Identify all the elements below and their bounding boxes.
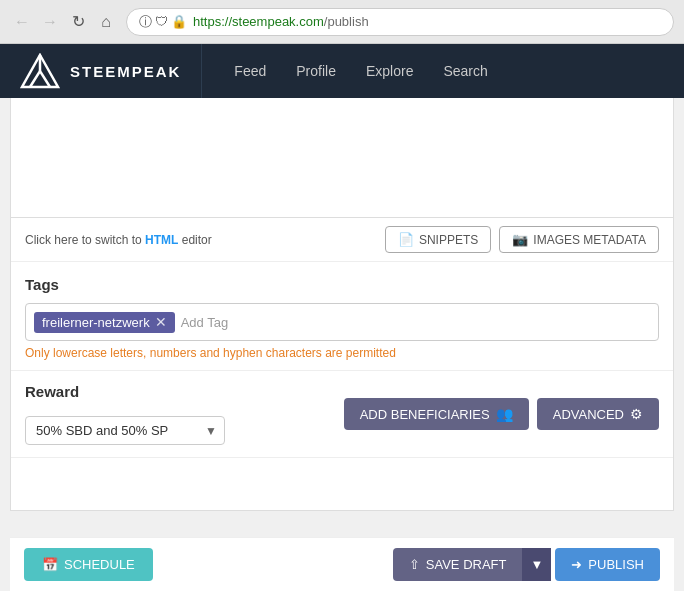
- brand-logo-icon: [20, 53, 60, 89]
- security-icons: ⓘ 🛡 🔒: [139, 13, 187, 31]
- tags-input[interactable]: freilerner-netzwerk ✕ Add Tag: [25, 303, 659, 341]
- tag-text: freilerner-netzwerk: [42, 315, 150, 330]
- save-draft-button[interactable]: ⇧ SAVE DRAFT: [393, 548, 523, 581]
- reward-select-wrapper: 50% SBD and 50% SP 100% Steem Power Decl…: [25, 416, 225, 445]
- arrow-right-icon: ➜: [571, 557, 582, 572]
- gear-icon: ⚙: [630, 406, 643, 422]
- url-protocol-domain: https://: [193, 14, 232, 29]
- html-switch-prefix: Click here to switch to: [25, 233, 142, 247]
- html-switch: Click here to switch to HTML editor: [25, 233, 212, 247]
- snippets-button[interactable]: 📄 SNIPPETS: [385, 226, 491, 253]
- toolbar-row: Click here to switch to HTML editor 📄 SN…: [11, 218, 673, 262]
- url-domain: steempeak.com: [232, 14, 324, 29]
- nav-profile[interactable]: Profile: [284, 55, 348, 87]
- images-metadata-button[interactable]: 📷 IMAGES METADATA: [499, 226, 659, 253]
- upload-icon: ⇧: [409, 557, 420, 572]
- html-switch-link[interactable]: HTML: [145, 233, 178, 247]
- schedule-label: SCHEDULE: [64, 557, 135, 572]
- chevron-down-icon: ▼: [530, 557, 543, 572]
- navbar: STEEMPEAK Feed Profile Explore Search: [0, 44, 684, 98]
- reward-select[interactable]: 50% SBD and 50% SP 100% Steem Power Decl…: [25, 416, 225, 445]
- brand-name: STEEMPEAK: [70, 63, 181, 80]
- publish-button[interactable]: ➜ PUBLISH: [555, 548, 660, 581]
- snippets-icon: 📄: [398, 232, 414, 247]
- reward-left: Reward 50% SBD and 50% SP 100% Steem Pow…: [25, 383, 225, 445]
- toolbar-buttons: 📄 SNIPPETS 📷 IMAGES METADATA: [385, 226, 659, 253]
- nav-search[interactable]: Search: [431, 55, 499, 87]
- tag-placeholder: Add Tag: [181, 315, 228, 330]
- back-button[interactable]: ←: [10, 10, 34, 34]
- home-button[interactable]: ⌂: [94, 10, 118, 34]
- calendar-icon: 📅: [42, 557, 58, 572]
- reward-label: Reward: [25, 383, 225, 400]
- beneficiaries-label: ADD BENEFICIARIES: [360, 407, 490, 422]
- add-beneficiaries-button[interactable]: ADD BENEFICIARIES 👥: [344, 398, 529, 430]
- camera-icon: 📷: [512, 232, 528, 247]
- nav-explore[interactable]: Explore: [354, 55, 425, 87]
- spacer: [11, 458, 673, 510]
- tag-chip-freilerner: freilerner-netzwerk ✕: [34, 312, 175, 333]
- nav-feed[interactable]: Feed: [222, 55, 278, 87]
- forward-button[interactable]: →: [38, 10, 62, 34]
- tags-hint: Only lowercase letters, numbers and hyph…: [25, 346, 659, 360]
- reward-section: Reward 50% SBD and 50% SP 100% Steem Pow…: [11, 371, 673, 458]
- advanced-button[interactable]: ADVANCED ⚙: [537, 398, 659, 430]
- main-content: Click here to switch to HTML editor 📄 SN…: [10, 98, 674, 511]
- images-metadata-label: IMAGES METADATA: [533, 233, 646, 247]
- reward-buttons: ADD BENEFICIARIES 👥 ADVANCED ⚙: [344, 398, 659, 430]
- shield-icon: 🛡: [155, 14, 168, 29]
- lock-icon: 🔒: [171, 14, 187, 29]
- editor-area[interactable]: [11, 98, 673, 218]
- publish-group: ⇧ SAVE DRAFT ▼ ➜ PUBLISH: [393, 548, 660, 581]
- address-bar[interactable]: ⓘ 🛡 🔒 https://steempeak.com/publish: [126, 8, 674, 36]
- url-path: /publish: [324, 14, 369, 29]
- reload-button[interactable]: ↻: [66, 10, 90, 34]
- save-draft-label: SAVE DRAFT: [426, 557, 507, 572]
- tags-label: Tags: [25, 276, 659, 293]
- schedule-button[interactable]: 📅 SCHEDULE: [24, 548, 153, 581]
- url-text: https://steempeak.com/publish: [193, 14, 369, 29]
- remove-tag-button[interactable]: ✕: [155, 315, 167, 329]
- nav-buttons: ← → ↻ ⌂: [10, 10, 118, 34]
- people-icon: 👥: [496, 406, 513, 422]
- navbar-links: Feed Profile Explore Search: [202, 44, 519, 98]
- publish-label: PUBLISH: [588, 557, 644, 572]
- tags-section: Tags freilerner-netzwerk ✕ Add Tag Only …: [11, 262, 673, 371]
- brand: STEEMPEAK: [0, 44, 202, 98]
- info-icon: ⓘ: [139, 13, 152, 31]
- html-switch-suffix: editor: [182, 233, 212, 247]
- snippets-label: SNIPPETS: [419, 233, 478, 247]
- save-draft-dropdown-button[interactable]: ▼: [522, 548, 551, 581]
- browser-chrome: ← → ↻ ⌂ ⓘ 🛡 🔒 https://steempeak.com/publ…: [0, 0, 684, 44]
- bottom-bar: 📅 SCHEDULE ⇧ SAVE DRAFT ▼ ➜ PUBLISH: [10, 537, 674, 591]
- advanced-label: ADVANCED: [553, 407, 624, 422]
